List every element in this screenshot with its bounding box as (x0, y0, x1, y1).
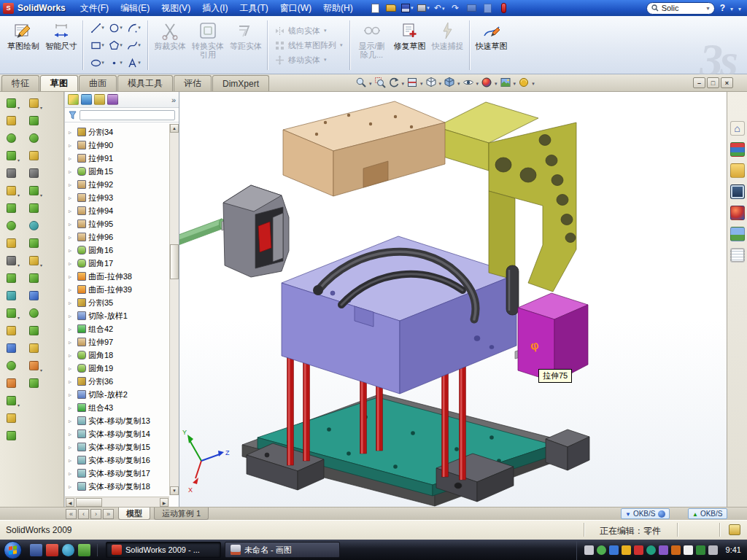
scrollbar-thumb[interactable] (170, 244, 179, 279)
tab-surfaces[interactable]: 曲面 (79, 75, 117, 91)
expand-arrow-icon[interactable] (69, 431, 75, 438)
left-tool-icon-9[interactable] (2, 236, 20, 251)
left-tool-icon-16[interactable] (2, 358, 20, 373)
design-library-icon[interactable] (730, 142, 745, 157)
left-tool-icon-37[interactable] (25, 376, 42, 391)
tab-evaluate[interactable]: 评估 (174, 75, 212, 91)
tree-item[interactable]: 实体-移动/复制16 (66, 454, 169, 467)
tab-model[interactable]: 模型 (118, 508, 150, 520)
left-tool-icon-34[interactable] (25, 323, 42, 338)
tray-icon-7[interactable] (659, 545, 668, 555)
menu-insert[interactable]: 插入(I) (196, 0, 233, 18)
scroll-down-icon[interactable] (170, 486, 179, 495)
left-tool-icon-36[interactable] (25, 358, 42, 373)
tree-item[interactable]: 分割34 (66, 125, 169, 139)
tab-dimxpert[interactable]: DimXpert (212, 75, 269, 91)
tree-filter-input[interactable] (80, 110, 175, 120)
expand-arrow-icon[interactable] (69, 155, 75, 162)
left-tool-icon-18[interactable] (2, 393, 20, 408)
left-tool-icon-4[interactable] (2, 148, 20, 163)
tree-item[interactable]: 拉伸91 (66, 152, 169, 165)
menu-tools[interactable]: 工具(T) (233, 0, 274, 18)
dropdown-icon[interactable] (457, 78, 461, 87)
menu-window[interactable]: 窗口(W) (274, 0, 317, 18)
menu-file[interactable]: 文件(F) (74, 0, 115, 18)
expand-arrow-icon[interactable] (69, 378, 75, 385)
tree-item[interactable]: 拉伸95 (66, 217, 169, 230)
tray-icon-1[interactable] (584, 545, 594, 555)
left-tool-icon-19[interactable] (2, 411, 20, 426)
left-tool-icon-1[interactable] (2, 96, 20, 111)
previous-view-icon[interactable] (387, 76, 400, 89)
ellipse-tool-icon[interactable] (90, 57, 105, 69)
expand-arrow-icon[interactable] (69, 287, 75, 293)
linear-sketch-pattern-button[interactable]: 线性草图阵列 (275, 40, 343, 51)
left-tool-icon-6[interactable] (2, 183, 20, 198)
stop-icon[interactable] (498, 2, 510, 14)
expand-arrow-icon[interactable] (69, 195, 75, 201)
left-tool-icon-24[interactable] (25, 148, 42, 163)
expand-arrow-icon[interactable] (69, 247, 75, 254)
hide-show-items-icon[interactable] (462, 76, 475, 89)
menu-view[interactable]: 视图(V) (155, 0, 196, 18)
left-tool-icon-27[interactable] (25, 201, 42, 216)
expand-arrow-icon[interactable] (69, 300, 75, 306)
expand-arrow-icon[interactable] (69, 182, 75, 188)
tray-icon-4[interactable] (622, 545, 631, 555)
rectangle-tool-icon[interactable] (90, 39, 105, 52)
model-part-cavity-insert[interactable] (223, 185, 289, 277)
quick-launch-icon-2[interactable] (46, 544, 58, 556)
tree-item[interactable]: 分割35 (66, 296, 169, 309)
point-tool-icon[interactable] (108, 57, 123, 69)
tray-icon-3[interactable] (609, 545, 619, 555)
property-manager-tab-icon[interactable] (81, 94, 92, 105)
left-tool-icon-14[interactable] (2, 323, 20, 338)
expand-arrow-icon[interactable] (69, 483, 75, 490)
display-delete-relations-button[interactable]: 显示/删除几... (353, 18, 391, 72)
open-icon[interactable] (385, 2, 398, 14)
expand-arrow-icon[interactable] (69, 221, 75, 228)
tab-sketch[interactable]: 草图 (40, 75, 78, 91)
display-style-icon[interactable] (443, 76, 456, 89)
tree-vertical-scrollbar[interactable] (169, 124, 179, 495)
polygon-tool-icon[interactable] (108, 39, 123, 52)
left-tool-icon-13[interactable] (2, 306, 20, 321)
dropdown-icon[interactable] (476, 78, 480, 87)
sketch-button[interactable]: 草图绘制 (4, 18, 42, 72)
model-vertical-tube[interactable] (506, 265, 519, 315)
expand-arrow-icon[interactable] (69, 129, 75, 136)
edit-appearance-icon[interactable] (480, 76, 493, 89)
dropdown-icon[interactable] (438, 78, 443, 87)
tree-item[interactable]: 切除-放样2 (66, 388, 169, 401)
expand-arrow-icon[interactable] (69, 405, 75, 411)
previous-tab-icon[interactable] (78, 509, 89, 519)
tree-item[interactable]: 分割36 (66, 375, 169, 388)
start-button[interactable] (4, 541, 22, 559)
tree-item[interactable]: 圆角16 (66, 244, 169, 257)
undo-icon[interactable]: ↶ (433, 2, 446, 14)
tray-icon-11[interactable] (708, 545, 718, 555)
left-tool-icon-2[interactable] (2, 113, 20, 128)
save-icon[interactable] (401, 2, 414, 14)
expand-arrow-icon[interactable] (69, 418, 75, 424)
network-monitor-icon[interactable] (658, 510, 665, 518)
dropdown-icon[interactable] (419, 78, 424, 87)
tree-item[interactable]: 实体-移动/复制17 (66, 467, 169, 480)
zoom-area-icon[interactable] (374, 76, 387, 89)
taskbar-app-paint[interactable]: 未命名 - 画图 (225, 542, 340, 558)
tree-item[interactable]: 切除-放样1 (66, 309, 169, 322)
zoom-fit-icon[interactable] (355, 76, 368, 89)
scrollbar-thumb[interactable] (76, 498, 102, 507)
taskbar-app-solidworks[interactable]: SolidWorks 2009 - ... (106, 542, 221, 558)
dropdown-icon[interactable] (368, 78, 373, 87)
last-tab-icon[interactable] (103, 509, 114, 519)
tab-motion-study[interactable]: 运动算例 1 (154, 508, 209, 520)
tree-item[interactable]: 圆角17 (66, 257, 169, 270)
dropdown-icon[interactable] (494, 78, 498, 87)
quick-launch-icon-1[interactable] (30, 544, 42, 556)
expand-arrow-icon[interactable] (69, 365, 75, 372)
tree-item[interactable]: 曲面-拉伸38 (66, 270, 169, 283)
quick-snaps-button[interactable]: 快速捕捉 (429, 18, 467, 72)
expand-arrow-icon[interactable] (69, 142, 75, 149)
scroll-right-icon[interactable] (160, 498, 169, 507)
